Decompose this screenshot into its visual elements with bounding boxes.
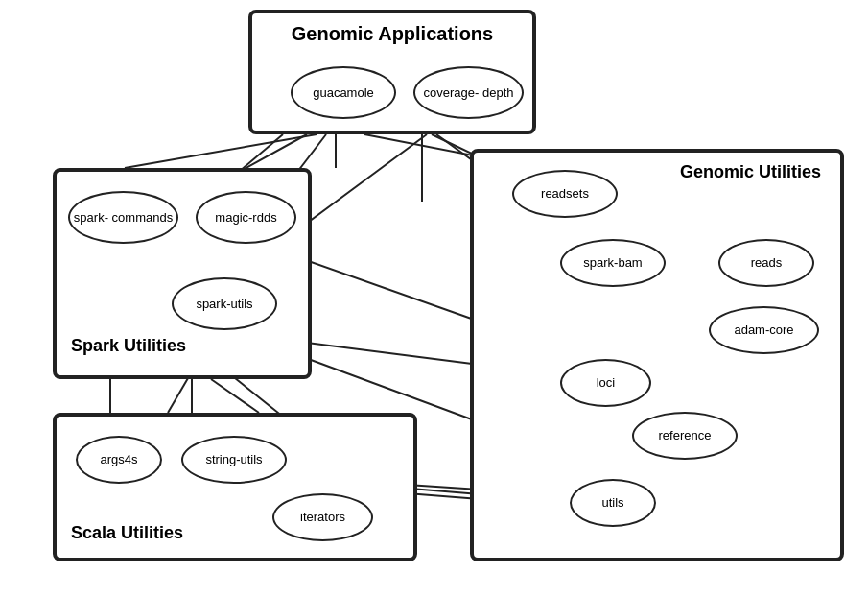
utils-node: utils <box>570 479 656 527</box>
guacamole-node: guacamole <box>291 66 396 119</box>
genomic-utilities-title: Genomic Utilities <box>680 162 821 182</box>
iterators-node: iterators <box>272 493 373 541</box>
genomic-apps-title: Genomic Applications <box>292 23 493 45</box>
string-utils-node: string-utils <box>181 436 287 484</box>
spark-utilities-box: Spark Utilities spark- commands magic-rd… <box>53 168 312 379</box>
args4s-node: args4s <box>76 436 162 484</box>
reference-node: reference <box>632 412 738 460</box>
adam-core-node: adam-core <box>709 306 819 354</box>
scala-utilities-title: Scala Utilities <box>71 523 183 543</box>
magic-rdds-node: magic-rdds <box>196 191 296 244</box>
spark-utils-node: spark-utils <box>172 277 277 330</box>
genomic-utilities-box: Genomic Utilities readsets spark-bam rea… <box>470 149 844 561</box>
svg-line-0 <box>125 134 317 168</box>
spark-utilities-title: Spark Utilities <box>71 336 186 356</box>
scala-utilities-box: Scala Utilities args4s string-utils iter… <box>53 413 417 561</box>
svg-line-14 <box>211 379 259 413</box>
readsets-node: readsets <box>512 170 618 218</box>
spark-commands-node: spark- commands <box>68 191 178 244</box>
reads-node: reads <box>718 239 814 287</box>
loci-node: loci <box>560 359 651 407</box>
genomic-apps-box: Genomic Applications guacamole coverage-… <box>248 10 536 134</box>
coverage-depth-node: coverage- depth <box>413 66 524 119</box>
spark-bam-node: spark-bam <box>560 239 666 287</box>
dependency-diagram: Genomic Applications guacamole coverage-… <box>0 0 868 597</box>
